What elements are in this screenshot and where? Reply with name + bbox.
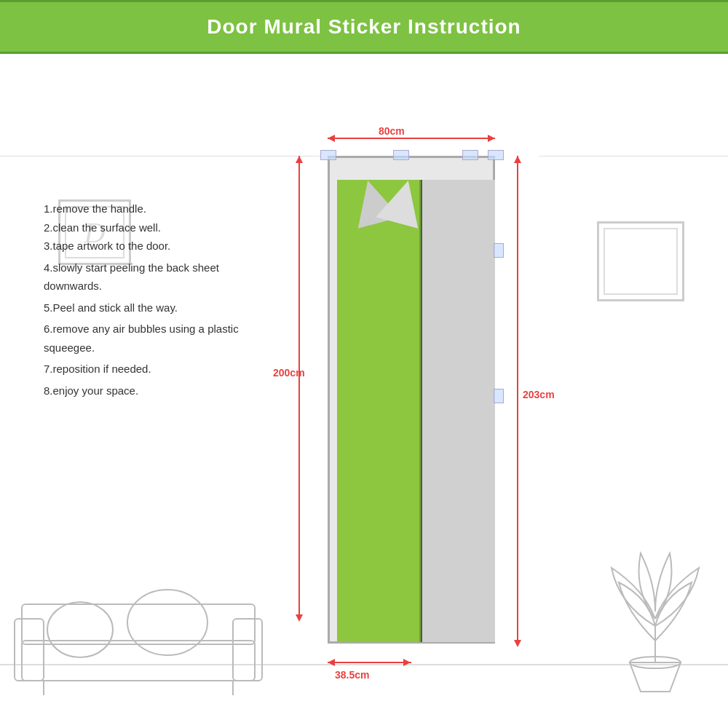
wall-line-right [539, 156, 728, 157]
tape-1 [320, 150, 336, 160]
instructions-block: 1.remove the handle. 2.clean the surface… [44, 199, 262, 400]
tape-3 [462, 150, 478, 160]
arrow-bottom-left [328, 659, 335, 666]
step-6: 6.remove any air bubbles using a plastic… [44, 320, 262, 357]
step-8: 8.enjoy your space. [44, 381, 262, 400]
arrow-top-left [328, 135, 335, 142]
page-title: Door Mural Sticker Instruction [0, 15, 728, 39]
step-2: 2.clean the surface well. [44, 218, 262, 237]
tab-right-1 [494, 243, 504, 258]
svg-point-4 [47, 602, 113, 657]
svg-rect-1 [15, 619, 44, 681]
dim-label-38cm: 38.5cm [335, 669, 369, 681]
arrow-bottom-right [403, 659, 411, 666]
door-frame [328, 156, 495, 644]
arrow-top-right [488, 135, 495, 142]
page-header: Door Mural Sticker Instruction [0, 0, 728, 54]
wall-line-left [0, 156, 320, 157]
arrow-200-top [296, 156, 303, 163]
step-4: 4.slowly start peeling the back sheet do… [44, 258, 262, 296]
tape-4 [488, 150, 504, 160]
plant-sketch [604, 524, 706, 709]
arrow-200-bottom [296, 614, 303, 622]
arrow-203-bottom [514, 640, 521, 647]
wall-art-right [597, 221, 684, 301]
dim-label-80cm: 80cm [379, 125, 405, 137]
door-right-panel [422, 180, 495, 642]
dim-line-bottom [328, 662, 411, 663]
dim-line-203-v [517, 156, 518, 644]
dim-line-top [328, 138, 495, 139]
step-1: 1.remove the handle. [44, 199, 262, 218]
step-5: 5.Peel and stick all the way. [44, 298, 262, 317]
dim-label-200cm: 200cm [273, 367, 305, 379]
door-diagram: 80cm 200cm 203cm 38.5cm [320, 134, 502, 644]
step-3: 3.tape artwork to the door. [44, 237, 262, 256]
sofa-sketch [7, 553, 269, 702]
step-7: 7.reposition if needed. [44, 360, 262, 379]
main-content: D 1.remove the handle. 2.clean the surfa… [0, 54, 728, 728]
door-sticker [337, 180, 421, 642]
dim-label-203cm: 203cm [523, 389, 555, 400]
dim-line-200-v [298, 156, 300, 618]
svg-point-5 [127, 590, 207, 655]
svg-rect-2 [233, 619, 262, 681]
tape-2 [393, 150, 409, 160]
svg-rect-0 [22, 641, 255, 681]
arrow-203-top [514, 156, 521, 163]
tab-right-2 [494, 389, 504, 403]
